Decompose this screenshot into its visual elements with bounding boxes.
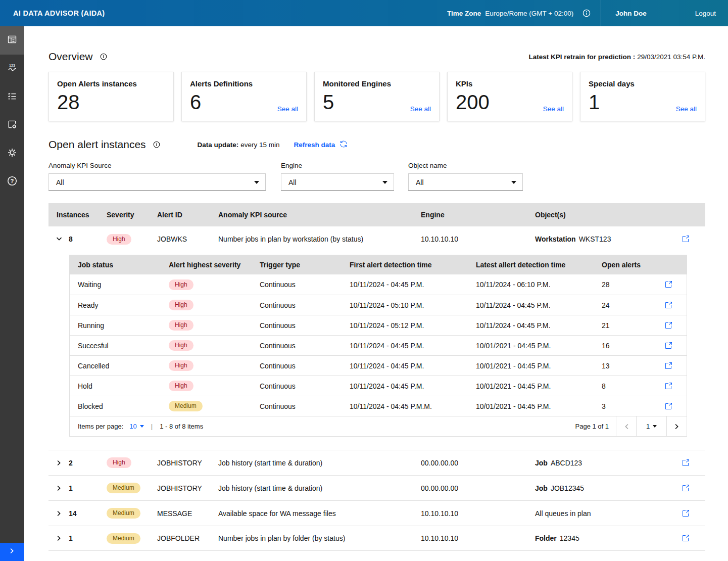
sidebar-item-kpis[interactable]	[0, 55, 24, 83]
expand-row-button[interactable]	[48, 534, 69, 542]
refresh-data-link[interactable]: Refresh data	[294, 140, 348, 150]
expand-row-button[interactable]	[48, 459, 69, 467]
overview-info-icon[interactable]	[100, 53, 107, 60]
object-type: Job	[535, 484, 548, 492]
col-latest-detection: Latest allert detection time	[476, 261, 602, 269]
alert-id: JOBHISTORY	[157, 484, 218, 492]
table-header-row: Instances Severity Alert ID Anomaly KPI …	[48, 203, 705, 226]
expand-row-button[interactable]	[48, 484, 69, 492]
severity-badge: High	[169, 320, 193, 331]
sidebar-item-help[interactable]	[0, 168, 24, 196]
open-details-icon[interactable]	[682, 486, 690, 494]
anomaly-kpi-source-dropdown[interactable]: All	[48, 173, 266, 191]
sidebar-item-settings[interactable]	[0, 139, 24, 168]
first-detection: 10/11/2024 - 04:45 P.M.	[350, 280, 476, 289]
open-alerts-count: 8	[602, 382, 658, 390]
open-alerts-table: Instances Severity Alert ID Anomaly KPI …	[48, 203, 705, 551]
object-cell: WorkstationWKST123	[535, 235, 673, 243]
first-detection: 10/11/2024 - 04:45 P.M.	[350, 342, 476, 350]
open-alerts-icon[interactable]	[664, 384, 672, 392]
sidebar-item-alert-definitions[interactable]	[0, 111, 24, 139]
chevron-down-icon	[254, 181, 259, 184]
engine: 10.10.10.10	[421, 235, 535, 243]
alert-id: JOBWKS	[157, 235, 218, 243]
logout-button[interactable]: Logout	[695, 10, 716, 17]
kpi-source: Number jobs in plan by folder (by status…	[218, 534, 421, 542]
card-open-alert-instances: Open Alerts instances 28	[48, 72, 174, 121]
object-type: Job	[535, 459, 548, 467]
open-alerts-icon[interactable]	[664, 303, 672, 311]
sidebar-item-alert-instances[interactable]	[0, 83, 24, 111]
severity-badge: Medium	[107, 533, 140, 544]
detail-row-hold: Hold High Continuous 10/11/2024 - 04:45 …	[70, 376, 687, 396]
kpi-retrain-info: Latest KPI retrain for prediction : 29/0…	[529, 53, 705, 61]
latest-detection: 10/11/2024 - 06:10 P.M.	[476, 280, 602, 289]
engine: 10.10.10.10	[421, 509, 535, 518]
card-value: 28	[57, 92, 165, 112]
collapse-row-button[interactable]	[48, 235, 69, 243]
main-content: Overview Latest KPI retrain for predicti…	[24, 26, 728, 561]
open-details-icon[interactable]	[682, 460, 690, 469]
severity-badge: Medium	[169, 401, 203, 411]
open-alerts-count: 13	[602, 362, 658, 370]
kpi-source: Job history (start time & duration)	[218, 484, 421, 492]
alert-instances-icon	[7, 91, 17, 103]
next-page-button[interactable]	[666, 416, 687, 436]
page-number-dropdown[interactable]: 1	[636, 416, 666, 436]
section-info-icon[interactable]	[153, 141, 160, 148]
alert-row-message: 14 Medium MESSAGE Available space for WA…	[48, 500, 705, 526]
object-type: Workstation	[535, 235, 576, 243]
current-page-value: 1	[646, 423, 650, 430]
open-alerts-icon[interactable]	[664, 343, 672, 351]
col-engine: Engine	[421, 211, 535, 219]
open-alerts-icon[interactable]	[664, 282, 672, 290]
see-all-link[interactable]: See all	[676, 105, 697, 113]
open-alerts-icon[interactable]	[664, 363, 672, 371]
alert-row-jobhistory-1: 2 High JOBHISTORY Job history (start tim…	[48, 450, 705, 475]
timezone-value: Europe/Rome (GMT + 02:00)	[485, 10, 573, 17]
latest-detection: 10/01/2021 - 04:45 P.M.	[476, 402, 602, 410]
expand-row-button[interactable]	[48, 509, 69, 518]
severity-badge: High	[169, 381, 193, 391]
trigger-type: Continuous	[260, 280, 350, 289]
data-update-info: Data update: every 15 min	[198, 141, 280, 149]
severity-badge: Medium	[107, 508, 140, 519]
card-kpis: KPIs 200 See all	[447, 72, 572, 121]
see-all-link[interactable]: See all	[543, 105, 564, 113]
previous-page-button[interactable]	[616, 416, 636, 436]
object-name-dropdown[interactable]: All	[408, 173, 523, 191]
dropdown-value: All	[288, 178, 297, 186]
sidebar-expand-button[interactable]	[0, 543, 24, 561]
alert-id: JOBHISTORY	[157, 459, 218, 467]
engine-dropdown[interactable]: All	[281, 173, 394, 191]
latest-detection: 10/11/2024 - 04:45 P.M.	[476, 321, 602, 330]
timezone-info-icon[interactable]	[583, 9, 591, 17]
kpi-source: Number jobs in plan by workstation (by s…	[218, 235, 421, 243]
items-per-page-dropdown[interactable]: 10	[129, 423, 143, 430]
open-details-icon[interactable]	[682, 237, 690, 245]
open-alerts-icon[interactable]	[664, 323, 672, 331]
sidebar-item-dashboard[interactable]	[0, 26, 24, 55]
card-title: Special days	[589, 79, 697, 88]
app-title: AI DATA ADVISOR (AIDA)	[13, 9, 105, 17]
open-details-icon[interactable]	[682, 536, 690, 544]
kpi-retrain-value: 29/03/2021 03:54 P.M.	[637, 53, 705, 61]
job-status: Waiting	[70, 280, 169, 289]
trigger-type: Continuous	[260, 382, 350, 390]
see-all-link[interactable]: See all	[277, 105, 298, 113]
instances-count: 1	[69, 534, 107, 542]
detail-header-row: Job status Alert highest severity Trigge…	[70, 255, 687, 274]
open-alerts-count: 16	[602, 342, 658, 350]
open-alerts-icon[interactable]	[664, 404, 672, 412]
data-update-label: Data update:	[198, 141, 239, 149]
detail-row-running: Running High Continuous 10/11/2024 - 05:…	[70, 315, 687, 335]
object-value: All queues in plan	[535, 509, 591, 518]
see-all-link[interactable]: See all	[410, 105, 431, 113]
kpi-source: Available space for WA message files	[218, 509, 421, 518]
open-details-icon[interactable]	[682, 511, 690, 519]
kpi-source: Job history (start time & duration)	[218, 459, 421, 467]
severity-badge: High	[169, 340, 193, 351]
kpi-retrain-label: Latest KPI retrain for prediction :	[529, 53, 636, 61]
detail-row-waiting: Waiting High Continuous 10/11/2024 - 04:…	[70, 274, 687, 295]
col-highest-severity: Alert highest severity	[169, 261, 260, 269]
